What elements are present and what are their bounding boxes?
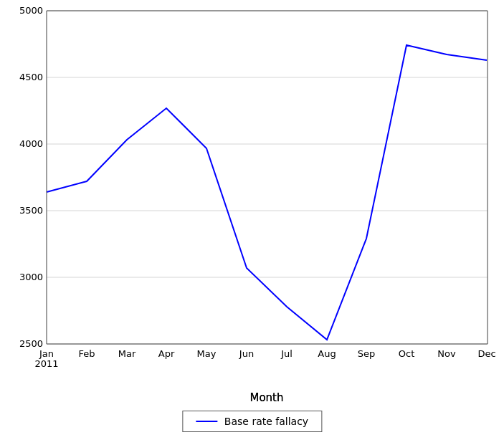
legend-box: Base rate fallacy xyxy=(182,411,322,432)
svg-text:Jan: Jan xyxy=(39,348,54,359)
svg-text:May: May xyxy=(197,348,217,359)
x-axis-labels: Jan 2011 Feb Mar Apr May Jun Jul Aug Sep… xyxy=(34,348,495,369)
x-axis-title-text: Month xyxy=(249,391,283,404)
chart-container: 2500 3000 3500 4000 4500 5000 Jan 2011 F… xyxy=(0,0,504,445)
svg-text:4000: 4000 xyxy=(19,138,43,149)
svg-text:Jun: Jun xyxy=(239,348,254,359)
svg-text:Jul: Jul xyxy=(280,348,293,359)
svg-text:5000: 5000 xyxy=(19,5,43,16)
svg-text:Dec: Dec xyxy=(477,348,495,359)
svg-text:Feb: Feb xyxy=(78,348,95,359)
legend-line-symbol xyxy=(196,421,217,422)
svg-text:Oct: Oct xyxy=(399,348,414,359)
svg-text:4500: 4500 xyxy=(19,72,43,82)
chart-svg: 2500 3000 3500 4000 4500 5000 Jan 2011 F… xyxy=(0,0,504,445)
svg-text:Nov: Nov xyxy=(437,348,456,359)
svg-text:Aug: Aug xyxy=(318,348,336,359)
y-axis-labels: 2500 3000 3500 4000 4500 5000 xyxy=(19,5,43,349)
svg-text:2011: 2011 xyxy=(34,358,58,369)
svg-text:2500: 2500 xyxy=(19,338,43,349)
plot-area xyxy=(47,11,488,344)
svg-text:Apr: Apr xyxy=(158,348,175,359)
svg-text:3000: 3000 xyxy=(19,272,43,282)
svg-text:Sep: Sep xyxy=(358,348,376,359)
legend-series-label: Base rate fallacy xyxy=(224,416,308,427)
svg-text:Mar: Mar xyxy=(118,348,136,359)
svg-text:3500: 3500 xyxy=(19,205,43,216)
